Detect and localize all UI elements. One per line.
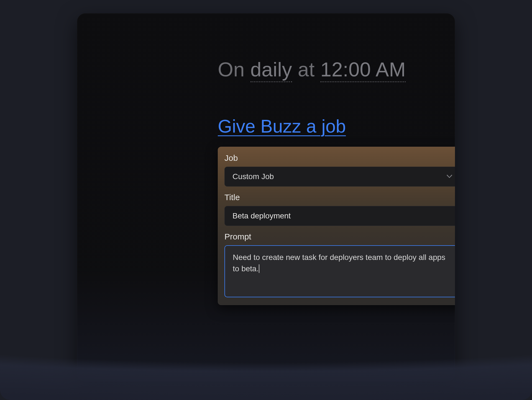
job-select-value: Custom Job [232, 172, 274, 181]
job-select-wrap: Custom Job [224, 167, 455, 187]
chevron-down-icon [447, 174, 452, 179]
schedule-time-link[interactable]: 12:00 AM [320, 58, 406, 82]
text-cursor-icon [259, 264, 259, 273]
prompt-textarea[interactable]: Need to create new task for deployers te… [224, 245, 455, 297]
schedule-frequency-link[interactable]: daily [250, 58, 292, 82]
job-label: Job [224, 153, 455, 163]
schedule-separator: at [292, 58, 320, 81]
main-window: On daily at 12:00 AM Give Buzz a job Job… [77, 13, 455, 381]
app-canvas: On daily at 12:00 AM Give Buzz a job Job… [0, 0, 532, 400]
job-select[interactable]: Custom Job [224, 167, 455, 187]
prompt-label: Prompt [224, 232, 455, 241]
title-input[interactable] [224, 206, 455, 226]
give-buzz-job-link[interactable]: Give Buzz a job [218, 116, 346, 137]
job-form-card: Job Custom Job Title Prompt Need to crea… [218, 147, 455, 305]
prompt-text: Need to create new task for deployers te… [233, 253, 447, 273]
title-label: Title [224, 193, 455, 202]
job-field-group: Job Custom Job [224, 153, 455, 187]
title-field-group: Title [224, 193, 455, 226]
schedule-summary: On daily at 12:00 AM [218, 58, 406, 81]
schedule-prefix: On [218, 58, 250, 81]
prompt-field-group: Prompt Need to create new task for deplo… [224, 232, 455, 297]
